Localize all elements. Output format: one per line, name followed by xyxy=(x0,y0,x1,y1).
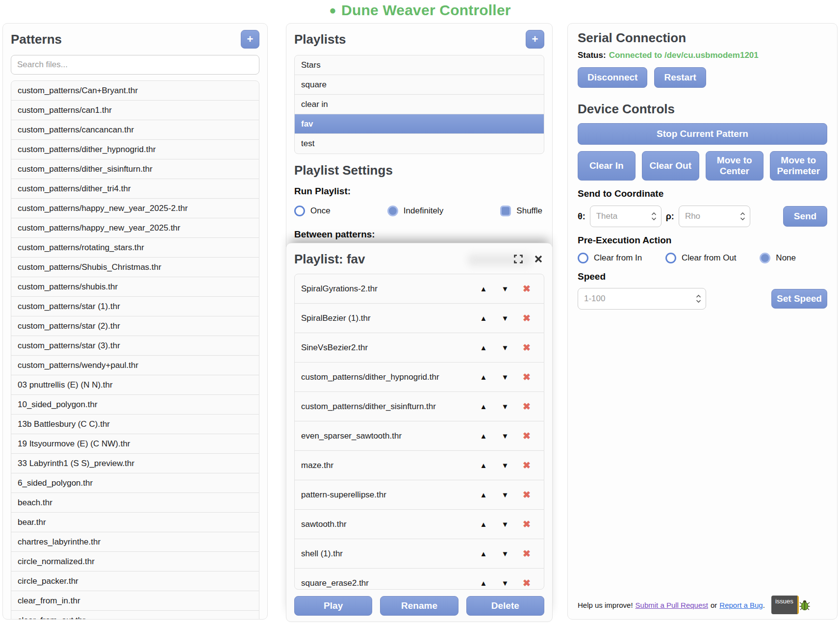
remove-item-button[interactable]: ✖ xyxy=(516,489,537,501)
move-down-button[interactable]: ▼ xyxy=(494,490,516,499)
move-up-button[interactable]: ▲ xyxy=(473,520,494,529)
move-down-button[interactable]: ▼ xyxy=(494,461,516,470)
move-up-button[interactable]: ▲ xyxy=(473,549,494,558)
fullscreen-button[interactable] xyxy=(512,253,525,265)
clear-out-button[interactable]: Clear Out xyxy=(642,151,700,181)
playlist-row[interactable]: square xyxy=(295,75,544,95)
play-button[interactable]: Play xyxy=(294,596,372,616)
pattern-file-row[interactable]: custom_patterns/shubis.thr xyxy=(11,277,259,297)
move-up-button[interactable]: ▲ xyxy=(473,431,494,441)
theta-stepper[interactable] xyxy=(651,212,657,221)
move-down-button[interactable]: ▼ xyxy=(494,578,516,588)
stop-current-pattern-button[interactable]: Stop Current Pattern xyxy=(578,123,827,145)
pattern-file-row[interactable]: 6_sided_polygon.thr xyxy=(11,473,259,493)
none-option[interactable]: None xyxy=(760,253,796,263)
remove-item-button[interactable]: ✖ xyxy=(516,577,537,589)
pattern-file-row[interactable]: custom_patterns/star (3).thr xyxy=(11,336,259,356)
move-down-button[interactable]: ▼ xyxy=(494,549,516,558)
rho-stepper[interactable] xyxy=(740,212,745,221)
move-to-perimeter-button[interactable]: Move to Perimeter xyxy=(770,151,828,181)
move-down-button[interactable]: ▼ xyxy=(494,431,516,441)
speed-input[interactable] xyxy=(578,288,706,310)
pattern-file-row[interactable]: custom_patterns/Can+Bryant.thr xyxy=(11,81,259,101)
remove-item-button[interactable]: ✖ xyxy=(516,341,537,354)
rename-button[interactable]: Rename xyxy=(380,596,458,616)
shuffle-option[interactable]: Shuffle xyxy=(500,206,542,216)
playlist-item-row[interactable]: custom_patterns/dither_sisinfturn.thr ▲ … xyxy=(295,392,544,421)
pattern-file-row[interactable]: 03 pnuttrellis (E) (N N).thr xyxy=(11,375,259,395)
pattern-file-row[interactable]: 13b Battlesbury (C C).thr xyxy=(11,415,259,434)
remove-item-button[interactable]: ✖ xyxy=(516,547,537,560)
remove-item-button[interactable]: ✖ xyxy=(516,283,537,295)
pattern-file-row[interactable]: bear.thr xyxy=(11,513,259,532)
playlist-row[interactable]: clear in xyxy=(295,95,544,114)
disconnect-button[interactable]: Disconnect xyxy=(578,67,647,88)
playlist-item-row[interactable]: SineVsBezier2.thr ▲ ▼ ✖ xyxy=(295,333,544,363)
add-pattern-button[interactable]: + xyxy=(241,30,259,49)
pattern-file-row[interactable]: clear_from_in.thr xyxy=(11,591,259,611)
playlist-row[interactable]: fav xyxy=(295,114,544,134)
move-up-button[interactable]: ▲ xyxy=(473,343,494,352)
playlist-item-row[interactable]: pattern-superellipse.thr ▲ ▼ ✖ xyxy=(295,480,544,510)
issues-badge[interactable]: issues 12 open xyxy=(771,596,799,614)
radio-checked-icon[interactable] xyxy=(387,206,398,216)
playlist-item-row[interactable]: maze.thr ▲ ▼ ✖ xyxy=(295,451,544,480)
pattern-file-row[interactable]: custom_patterns/dither_hypnogrid.thr xyxy=(11,140,259,159)
playlist-item-row[interactable]: SpiralGyrations-2.thr ▲ ▼ ✖ xyxy=(295,274,544,304)
clear-in-button[interactable]: Clear In xyxy=(578,151,636,181)
remove-item-button[interactable]: ✖ xyxy=(516,430,537,442)
remove-item-button[interactable]: ✖ xyxy=(516,312,537,324)
playlist-row[interactable]: test xyxy=(295,134,544,154)
remove-item-button[interactable]: ✖ xyxy=(516,400,537,413)
run-indefinitely-option[interactable]: Indefinitely xyxy=(387,206,443,216)
restart-button[interactable]: Restart xyxy=(654,67,706,88)
pattern-file-row[interactable]: custom_patterns/cancancan.thr xyxy=(11,120,259,140)
pattern-file-row[interactable]: custom_patterns/dither_sisinfturn.thr xyxy=(11,159,259,179)
send-button[interactable]: Send xyxy=(783,206,827,227)
move-up-button[interactable]: ▲ xyxy=(473,490,494,499)
radio-unchecked-icon[interactable] xyxy=(578,253,588,263)
playlist-item-row[interactable]: even_sparser_sawtooth.thr ▲ ▼ ✖ xyxy=(295,421,544,451)
pattern-file-row[interactable]: circle_normalized.thr xyxy=(11,552,259,572)
pattern-file-row[interactable]: custom_patterns/star (1).thr xyxy=(11,297,259,316)
remove-item-button[interactable]: ✖ xyxy=(516,459,537,471)
playlist-item-row[interactable]: square_erase2.thr ▲ ▼ ✖ xyxy=(295,569,544,590)
report-a-bug-link[interactable]: Report a Bug xyxy=(719,601,763,609)
move-down-button[interactable]: ▼ xyxy=(494,313,516,323)
radio-unchecked-icon[interactable] xyxy=(665,253,676,263)
move-down-button[interactable]: ▼ xyxy=(494,372,516,382)
pattern-file-row[interactable]: custom_patterns/star (2).thr xyxy=(11,316,259,336)
move-up-button[interactable]: ▲ xyxy=(473,578,494,588)
clear-from-in-option[interactable]: Clear from In xyxy=(578,253,642,263)
pattern-file-row[interactable]: custom_patterns/happy_new_year_2025-2.th… xyxy=(11,199,259,218)
move-up-button[interactable]: ▲ xyxy=(473,372,494,382)
move-down-button[interactable]: ▼ xyxy=(494,402,516,411)
submit-pull-request-link[interactable]: Submit a Pull Request xyxy=(636,601,708,609)
playlist-item-row[interactable]: sawtooth.thr ▲ ▼ ✖ xyxy=(295,510,544,539)
playlist-row[interactable]: Stars xyxy=(295,55,544,75)
set-speed-button[interactable]: Set Speed xyxy=(771,289,827,309)
radio-checked-icon[interactable] xyxy=(760,253,770,263)
clear-from-out-option[interactable]: Clear from Out xyxy=(665,253,736,263)
pattern-file-row[interactable]: custom_patterns/rotating_stars.thr xyxy=(11,238,259,258)
move-up-button[interactable]: ▲ xyxy=(473,284,494,293)
pattern-file-row[interactable]: circle_packer.thr xyxy=(11,572,259,591)
remove-item-button[interactable]: ✖ xyxy=(516,371,537,383)
add-playlist-button[interactable]: + xyxy=(526,30,544,49)
playlist-item-row[interactable]: SpiralBezier (1).thr ▲ ▼ ✖ xyxy=(295,304,544,333)
pattern-file-row[interactable]: custom_patterns/wendy+paul.thr xyxy=(11,356,259,375)
pattern-file-row[interactable]: chartres_labyrinthe.thr xyxy=(11,532,259,552)
move-up-button[interactable]: ▲ xyxy=(473,402,494,411)
pattern-file-row[interactable]: beach.thr xyxy=(11,493,259,513)
pattern-file-row[interactable]: custom_patterns/happy_new_year_2025.thr xyxy=(11,218,259,238)
remove-item-button[interactable]: ✖ xyxy=(516,518,537,530)
playlist-item-row[interactable]: shell (1).thr ▲ ▼ ✖ xyxy=(295,539,544,569)
move-down-button[interactable]: ▼ xyxy=(494,284,516,293)
close-modal-button[interactable] xyxy=(533,253,544,265)
move-to-center-button[interactable]: Move to Center xyxy=(706,151,764,181)
pattern-file-row[interactable]: custom_patterns/Shubis_Christmas.thr xyxy=(11,258,259,277)
move-up-button[interactable]: ▲ xyxy=(473,313,494,323)
pattern-file-row[interactable]: 33 Labyrinth1 (S S)_preview.thr xyxy=(11,454,259,473)
pattern-file-row[interactable]: 19 Itsyourmove (E) (C NW).thr xyxy=(11,434,259,454)
move-down-button[interactable]: ▼ xyxy=(494,520,516,529)
